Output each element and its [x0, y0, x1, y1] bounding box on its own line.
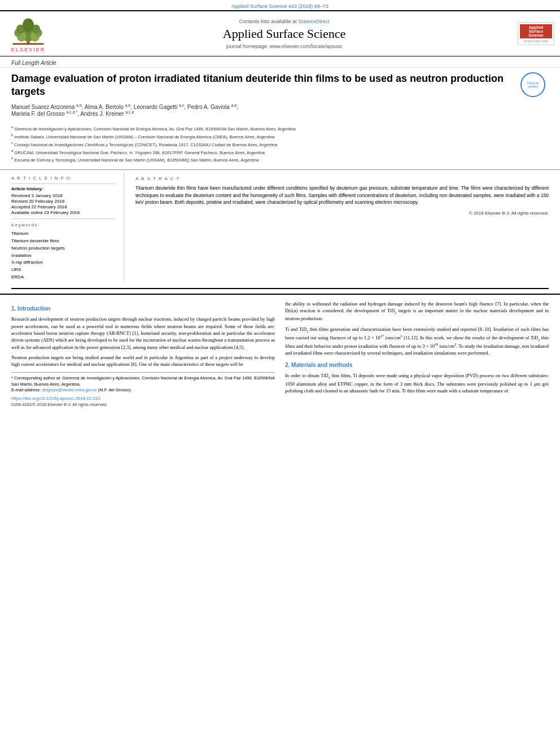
- keyword-6: IJRS: [11, 267, 116, 274]
- elsevier-label: ELSEVIER: [11, 47, 46, 53]
- journal-logo-right: AppliedSurfaceScience ISSN 0169-4332: [518, 22, 554, 45]
- keyword-1: Titanium: [11, 230, 116, 238]
- keyword-5: X-ray diffraction: [11, 259, 116, 267]
- elsevier-tree-icon: [8, 15, 48, 46]
- article-info-col: A R T I C L E I N F O Article history: R…: [11, 172, 124, 281]
- keyword-3: Neutron production targets: [11, 245, 116, 252]
- keyword-7: ERDA: [11, 274, 116, 281]
- article-header: Damage evaluation of proton irradiated t…: [0, 68, 560, 125]
- intro-para-4: Ti and TiD2 thin films generation and ch…: [285, 326, 549, 357]
- journal-reference: Applied Surface Science 443 (2018) 68–73: [0, 0, 560, 10]
- affiliations: a Gerencia de Investigación y Aplicacion…: [0, 125, 560, 167]
- email-line: E-mail address: delgross@tandar.cnea.gov…: [11, 387, 275, 394]
- article-title-block: Damage evaluation of proton irradiated t…: [11, 72, 515, 120]
- affiliation-c: c Consejo Nacional de Investigaciones Ci…: [11, 141, 549, 148]
- accepted-date: Accepted 22 February 2018: [11, 204, 116, 209]
- methods-para-1: In order to obtain TiD2 thin films, Ti d…: [285, 372, 549, 394]
- elsevier-logo: ELSEVIER: [6, 15, 51, 53]
- available-date: Available online 23 February 2018: [11, 210, 116, 215]
- keywords-heading: Keywords:: [11, 222, 116, 228]
- article-title: Damage evaluation of proton irradiated t…: [11, 72, 515, 99]
- abstract-col: A B S T R A C T Titanium deuteride thin …: [135, 172, 549, 281]
- check-updates-circle: Check for updates: [520, 72, 545, 97]
- intro-para-2: Neutron production targets are being stu…: [11, 354, 275, 368]
- main-body: 1. Introduction Research and development…: [0, 294, 560, 414]
- journal-logo-box: AppliedSurfaceScience ISSN 0169-4332: [518, 22, 554, 45]
- affiliation-e: e Escuela de Ciencia y Tecnología, Unive…: [11, 156, 549, 163]
- email-address[interactable]: delgross@tandar.cnea.gov.ar: [42, 387, 97, 392]
- corresponding-note: * Corresponding author at: Gerencia de I…: [11, 375, 275, 387]
- article-history-label: Article history:: [11, 186, 116, 191]
- footnote-area: * Corresponding author at: Gerencia de I…: [11, 372, 275, 394]
- abstract-heading: A B S T R A C T: [135, 176, 549, 182]
- keyword-4: Irradiation: [11, 252, 116, 260]
- received-date: Received 3 January 2018: [11, 193, 116, 198]
- two-col-body: 1. Introduction Research and development…: [11, 300, 549, 408]
- abstract-text: Titanium deuteride thin films have been …: [135, 185, 549, 206]
- copyright-line: © 2018 Elsevier B.V. All rights reserved…: [135, 210, 549, 216]
- issn-line: 0169-4332/© 2018 Elsevier B.V. All right…: [11, 402, 275, 408]
- contents-line: Contents lists available at ScienceDirec…: [56, 19, 512, 24]
- article-info-abstract-section: A R T I C L E I N F O Article history: R…: [0, 169, 560, 283]
- journal-title: Applied Surface Science: [56, 27, 512, 41]
- intro-para-3: the ability to withstand the radiation a…: [285, 300, 549, 322]
- keywords-list: Titanium Titanium deuteride films Neutro…: [11, 230, 116, 281]
- sciencedirect-link[interactable]: ScienceDirect: [298, 19, 330, 24]
- methods-section-title: 2. Materials and methods: [285, 361, 549, 370]
- authors-line: Manuel Suarez Anzorena a,b, Alma A. Bert…: [11, 103, 515, 117]
- svg-rect-9: [13, 43, 44, 45]
- intro-para-1: Research and development of neutron prod…: [11, 316, 275, 351]
- affiliation-a: a Gerencia de Investigación y Aplicacion…: [11, 125, 549, 132]
- journal-homepage: journal homepage: www.elsevier.com/locat…: [56, 43, 512, 49]
- body-col-left: 1. Introduction Research and development…: [11, 300, 275, 408]
- journal-header: ELSEVIER Contents lists available at Sci…: [0, 10, 560, 56]
- article-type: Full Length Article: [0, 56, 560, 68]
- article-info-heading: A R T I C L E I N F O: [11, 176, 116, 181]
- affiliation-d: d GRUCAM, Universidad Tecnológica Nacion…: [11, 148, 549, 156]
- journal-center: Contents lists available at ScienceDirec…: [56, 19, 512, 49]
- revised-date: Revised 20 February 2018: [11, 199, 116, 204]
- intro-section-title: 1. Introduction: [11, 305, 275, 313]
- keyword-2: Titanium deuteride films: [11, 238, 116, 245]
- doi-line[interactable]: https://doi.org/10.1016/j.apsusc.2018.02…: [11, 395, 275, 402]
- check-updates-badge: Check for updates: [520, 72, 549, 97]
- svg-point-8: [23, 18, 34, 32]
- affiliation-b: b Instituto Sabato, Universidad Nacional…: [11, 133, 549, 140]
- body-col-right: the ability to withstand the radiation a…: [285, 300, 549, 408]
